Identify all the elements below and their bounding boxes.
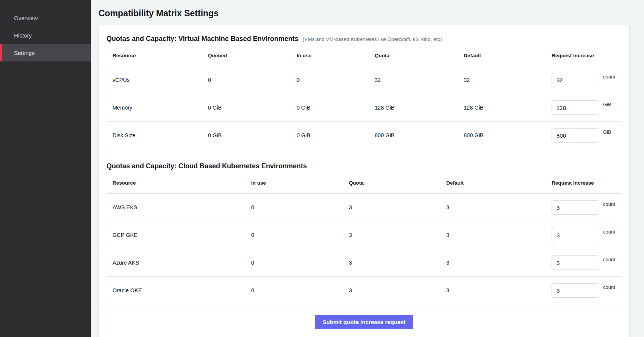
resource-name: Oracle OKE <box>106 287 251 293</box>
quota-value: 3 <box>349 287 446 293</box>
settings-card: Quotas and Capacity: Virtual Machine Bas… <box>98 25 630 337</box>
request-increase-input[interactable] <box>552 200 599 215</box>
quota-value: 800 GiB <box>375 132 464 138</box>
default-value: 3 <box>446 287 552 293</box>
table-row: Azure AKS 0 3 3 count <box>106 249 622 277</box>
column-header-in-use: In use <box>251 180 349 186</box>
column-header-request-increase: Request Increase <box>552 53 622 58</box>
resource-name: vCPUs <box>106 77 208 83</box>
default-value: 3 <box>446 232 552 238</box>
quota-value: 3 <box>349 204 446 210</box>
queued-value: 0 <box>208 77 297 83</box>
request-increase-input[interactable] <box>552 73 599 87</box>
button-row: Submit quota increase request <box>106 315 622 329</box>
sidebar-item-label: Settings <box>14 50 34 56</box>
request-increase-cell: count <box>552 255 622 270</box>
in-use-value: 0 <box>251 287 349 293</box>
default-value: 128 GiB <box>464 105 552 111</box>
resource-name: GCP GKE <box>106 232 251 238</box>
vm-section-title: Quotas and Capacity: Virtual Machine Bas… <box>106 35 622 43</box>
main-content: Compatibility Matrix Settings Quotas and… <box>91 0 644 337</box>
sidebar-item-overview[interactable]: Overview <box>0 9 91 27</box>
unit-label: count <box>603 201 615 207</box>
unit-label: count <box>603 284 615 290</box>
unit-label: count <box>603 229 615 235</box>
resource-name: Azure AKS <box>106 260 251 266</box>
vm-quotas-section: Quotas and Capacity: Virtual Machine Bas… <box>106 35 622 149</box>
column-header-queued: Queued <box>208 53 297 58</box>
in-use-value: 0 <box>297 77 375 83</box>
vm-table-header: Resource Queued In use Quota Default Req… <box>106 47 622 66</box>
column-header-quota: Quota <box>375 53 464 58</box>
resource-name: AWS EKS <box>106 204 251 210</box>
column-header-quota: Quota <box>349 180 446 186</box>
request-increase-cell: count <box>552 283 622 298</box>
sidebar-item-settings[interactable]: Settings <box>0 44 91 61</box>
column-header-default: Default <box>446 180 552 186</box>
column-header-request-increase: Request Increase <box>552 180 622 186</box>
table-row: vCPUs 0 0 32 32 count <box>106 66 622 94</box>
vm-section-title-text: Quotas and Capacity: Virtual Machine Bas… <box>106 35 299 42</box>
queued-value: 0 GiB <box>208 132 297 138</box>
column-header-resource: Resource <box>106 53 208 58</box>
default-value: 32 <box>464 77 552 83</box>
resource-name: Disk Size <box>106 132 208 138</box>
default-value: 3 <box>446 260 552 266</box>
quota-value: 128 GiB <box>375 105 464 111</box>
submit-quota-button[interactable]: Submit quota increase request <box>315 315 413 329</box>
column-header-resource: Resource <box>106 180 251 186</box>
column-header-default: Default <box>464 53 552 58</box>
quota-value: 32 <box>375 77 464 83</box>
sidebar-item-label: Overview <box>14 15 38 21</box>
cloud-table-header: Resource In use Quota Default Request In… <box>106 174 622 194</box>
request-increase-cell: count <box>552 73 622 87</box>
request-increase-cell: GiB <box>552 100 622 115</box>
unit-label: GiB <box>603 129 611 135</box>
quota-value: 3 <box>349 260 446 266</box>
in-use-value: 0 <box>251 232 349 238</box>
default-value: 800 GiB <box>464 132 552 138</box>
in-use-value: 0 <box>251 260 349 266</box>
in-use-value: 0 <box>251 204 349 210</box>
unit-label: count <box>603 74 615 80</box>
page-title: Compatibility Matrix Settings <box>98 8 636 19</box>
table-row: Oracle OKE 0 3 3 count <box>106 277 622 304</box>
queued-value: 0 GiB <box>208 105 297 111</box>
unit-label: GiB <box>603 102 611 107</box>
cloud-section-title-text: Quotas and Capacity: Cloud Based Kuberne… <box>106 162 307 170</box>
table-row: GCP GKE 0 3 3 count <box>106 221 622 249</box>
request-increase-cell: count <box>552 228 622 242</box>
vm-section-subtitle: (VMs and VM-based Kubernetes like OpenSh… <box>303 36 442 42</box>
request-increase-input[interactable] <box>552 128 599 143</box>
cloud-section-title: Quotas and Capacity: Cloud Based Kuberne… <box>106 162 622 170</box>
sidebar-item-label: History <box>14 32 32 39</box>
request-increase-input[interactable] <box>552 228 599 242</box>
request-increase-cell: GiB <box>552 128 622 143</box>
table-row: AWS EKS 0 3 3 count <box>106 194 622 221</box>
request-increase-input[interactable] <box>552 283 599 298</box>
in-use-value: 0 GiB <box>297 132 375 138</box>
unit-label: count <box>603 257 615 262</box>
sidebar: Overview History Settings <box>0 0 91 337</box>
column-header-in-use: In use <box>297 53 375 58</box>
in-use-value: 0 GiB <box>297 105 375 111</box>
sidebar-item-history[interactable]: History <box>0 27 91 44</box>
table-row: Disk Size 0 GiB 0 GiB 800 GiB 800 GiB Gi… <box>106 122 622 149</box>
quota-value: 3 <box>349 232 446 238</box>
cloud-quotas-section: Quotas and Capacity: Cloud Based Kuberne… <box>106 162 622 304</box>
default-value: 3 <box>446 204 552 210</box>
request-increase-input[interactable] <box>552 100 599 115</box>
resource-name: Memory <box>106 105 208 111</box>
app-window: Overview History Settings Compatibility … <box>0 0 644 337</box>
request-increase-input[interactable] <box>552 255 599 270</box>
table-row: Memory 0 GiB 0 GiB 128 GiB 128 GiB GiB <box>106 94 622 122</box>
request-increase-cell: count <box>552 200 622 215</box>
